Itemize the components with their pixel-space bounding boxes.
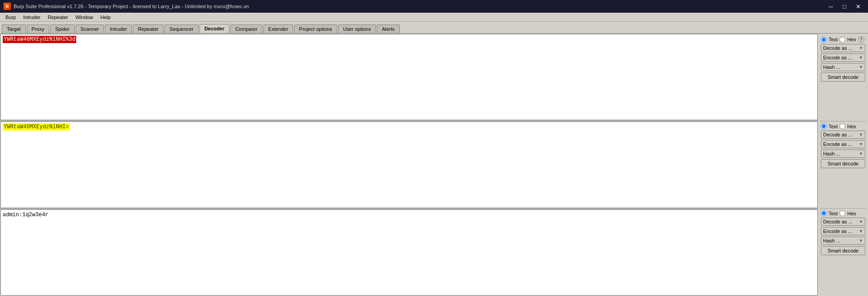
close-button[interactable]: ✕ — [852, 1, 864, 11]
decode-as-label-2: Decode as ... — [823, 132, 853, 137]
title-bar: B Burp Suite Professional v1.7.26 - Temp… — [0, 0, 868, 13]
right-section-2: Text Hex Decode as ... ▼ Encode as ... ▼… — [820, 121, 866, 209]
radio-row-1: Text Hex ? — [821, 36, 865, 43]
tab-intruder[interactable]: Intruder — [105, 24, 132, 33]
decoder-row-3: admin:1q2w3e4r — [0, 209, 818, 296]
radio-hex-2[interactable] — [839, 123, 845, 129]
encode-as-button-2[interactable]: Encode as ... ▼ — [821, 140, 865, 148]
decoder-content-1[interactable]: YWRtaW46MXEydzNlNHI%3d — [1, 34, 817, 120]
menu-window[interactable]: Window — [72, 14, 97, 20]
decode-as-button-3[interactable]: Decode as ... ▼ — [821, 218, 865, 226]
decode-as-button-1[interactable]: Decode as ... ▼ — [821, 44, 865, 52]
radio-text-label-2[interactable]: Text — [829, 124, 838, 129]
tab-sequencer[interactable]: Sequencer — [165, 24, 199, 33]
radio-text-label-1[interactable]: Text — [829, 37, 838, 42]
tab-spider[interactable]: Spider — [50, 24, 75, 33]
decode-arrow-2: ▼ — [859, 132, 863, 137]
highlighted-text-1: YWRtaW46MXEydzNlNHI%3d — [3, 36, 76, 43]
tab-user-options[interactable]: User options — [338, 24, 376, 33]
window-controls: ─ □ ✕ — [824, 1, 864, 11]
right-panel: Text Hex ? Decode as ... ▼ Encode as ...… — [818, 34, 868, 296]
menu-help[interactable]: Help — [97, 14, 115, 20]
decoder-panel: YWRtaW46MXEydzNlNHI%3d YWRtaW46MXEydzNlN… — [0, 34, 818, 296]
decode-arrow-1: ▼ — [859, 46, 863, 50]
title-bar-left: B Burp Suite Professional v1.7.26 - Temp… — [4, 3, 249, 10]
encode-as-label-1: Encode as ... — [823, 55, 852, 60]
hash-arrow-1: ▼ — [859, 65, 863, 69]
tab-bar: Target Proxy Spider Scanner Intruder Rep… — [0, 22, 868, 34]
help-icon-1[interactable]: ? — [858, 36, 864, 43]
hash-button-1[interactable]: Hash ... ▼ — [821, 63, 865, 71]
hash-arrow-3: ▼ — [859, 238, 863, 243]
radio-text-2[interactable] — [821, 123, 827, 129]
decoder-row-2: YWRtaW46MXEydzNlNHI= — [0, 121, 818, 209]
hash-button-3[interactable]: Hash ... ▼ — [821, 237, 865, 245]
encode-as-button-3[interactable]: Encode as ... ▼ — [821, 227, 865, 235]
smart-decode-button-3[interactable]: Smart decode — [821, 246, 865, 255]
tab-project-options[interactable]: Project options — [294, 24, 337, 33]
highlighted-text-2: YWRtaW46MXEydzNlNHI= — [3, 123, 70, 131]
radio-hex-1[interactable] — [839, 37, 845, 43]
tab-scanner[interactable]: Scanner — [76, 24, 104, 33]
decode-arrow-3: ▼ — [859, 219, 863, 224]
maximize-button[interactable]: □ — [838, 1, 851, 11]
radio-text-3[interactable] — [821, 210, 827, 216]
tab-comparer[interactable]: Comparer — [230, 24, 262, 33]
radio-text-1[interactable] — [821, 37, 827, 43]
tab-repeater[interactable]: Repeater — [133, 24, 163, 33]
smart-decode-button-2[interactable]: Smart decode — [821, 159, 865, 168]
hash-label-1: Hash ... — [823, 64, 840, 70]
decode-as-label-3: Decode as ... — [823, 219, 853, 224]
decoder-row-1: YWRtaW46MXEydzNlNHI%3d — [0, 34, 818, 121]
menu-repeater[interactable]: Repeater — [44, 14, 72, 20]
encode-arrow-1: ▼ — [859, 55, 863, 60]
hash-arrow-2: ▼ — [859, 151, 863, 156]
right-section-1: Text Hex ? Decode as ... ▼ Encode as ...… — [820, 34, 866, 121]
hash-label-2: Hash ... — [823, 151, 840, 156]
decoder-content-3[interactable]: admin:1q2w3e4r — [1, 210, 817, 295]
decoder-textarea-wrapper-2: YWRtaW46MXEydzNlNHI= — [0, 121, 818, 208]
menu-bar: Burp Intruder Repeater Window Help — [0, 13, 868, 22]
encode-as-label-2: Encode as ... — [823, 141, 852, 147]
minimize-button[interactable]: ─ — [824, 1, 837, 11]
tab-decoder[interactable]: Decoder — [199, 24, 229, 33]
app-icon: B — [4, 3, 11, 10]
radio-hex-3[interactable] — [839, 210, 845, 216]
radio-hex-label-3[interactable]: Hex — [847, 211, 856, 216]
radio-row-2: Text Hex — [821, 123, 865, 129]
menu-intruder[interactable]: Intruder — [19, 14, 44, 20]
encode-arrow-3: ▼ — [859, 229, 863, 233]
hash-label-3: Hash ... — [823, 238, 840, 243]
main-content: YWRtaW46MXEydzNlNHI%3d YWRtaW46MXEydzNlN… — [0, 34, 868, 296]
radio-text-label-3[interactable]: Text — [829, 211, 838, 216]
decoder-textarea-wrapper-1: YWRtaW46MXEydzNlNHI%3d — [0, 34, 818, 120]
tab-proxy[interactable]: Proxy — [27, 24, 49, 33]
right-section-3: Text Hex Decode as ... ▼ Encode as ... ▼… — [820, 209, 866, 295]
decode-as-label-1: Decode as ... — [823, 45, 853, 51]
smart-decode-button-1[interactable]: Smart decode — [821, 73, 865, 82]
tab-target[interactable]: Target — [2, 24, 26, 33]
menu-burp[interactable]: Burp — [2, 14, 19, 20]
radio-row-3: Text Hex — [821, 210, 865, 216]
window-title: Burp Suite Professional v1.7.26 - Tempor… — [14, 4, 249, 9]
encode-arrow-2: ▼ — [859, 142, 863, 146]
hash-button-2[interactable]: Hash ... ▼ — [821, 150, 865, 158]
decoder-textarea-wrapper-3: admin:1q2w3e4r — [0, 209, 818, 296]
plain-text-3: admin:1q2w3e4r — [3, 212, 48, 218]
encode-as-label-3: Encode as ... — [823, 228, 852, 234]
decode-as-button-2[interactable]: Decode as ... ▼ — [821, 131, 865, 139]
decoder-content-2[interactable]: YWRtaW46MXEydzNlNHI= — [1, 122, 817, 207]
radio-hex-label-1[interactable]: Hex — [847, 37, 856, 42]
tab-alerts[interactable]: Alerts — [377, 24, 399, 33]
encode-as-button-1[interactable]: Encode as ... ▼ — [821, 53, 865, 62]
tab-extender[interactable]: Extender — [263, 24, 293, 33]
radio-hex-label-2[interactable]: Hex — [847, 124, 856, 129]
